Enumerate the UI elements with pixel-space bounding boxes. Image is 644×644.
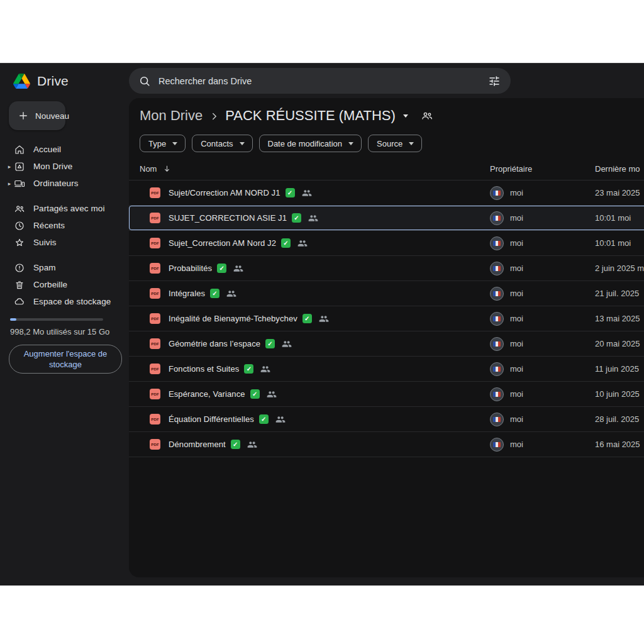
file-row[interactable]: PDF Sujet_Correction AM Nord J2 ✓ moi 10… (129, 231, 644, 256)
search-input[interactable]: Rechercher dans Drive (158, 76, 480, 86)
last-modified: 23 mai 2025 (595, 188, 640, 197)
new-button-label: Nouveau (35, 111, 69, 121)
file-row[interactable]: PDF Dénombrement ✓ moi 16 mai 2025 (129, 432, 644, 457)
check-mark-emoji-icon: ✓ (303, 314, 312, 323)
check-mark-emoji-icon: ✓ (281, 238, 291, 248)
owner-avatar (490, 438, 504, 452)
column-header-owner[interactable]: Propriétaire (490, 164, 532, 174)
pdf-file-icon: PDF (150, 364, 160, 374)
file-name: Intégrales ✓ (169, 289, 236, 299)
storage-progressbar (10, 318, 103, 321)
sidebar-nav: Accueil ▸ Mon Drive ▸ Ordinateurs Partag… (0, 141, 129, 310)
expand-chevron-icon[interactable]: ▸ (5, 164, 14, 170)
star-icon (14, 237, 25, 248)
sidebar-section: Spam Corbeille Espace de stockage (0, 259, 129, 310)
sidebar-section: Partagés avec moi Récents Suivis (0, 200, 129, 251)
file-list: PDF Sujet/Correction AM NORD J1 ✓ moi 23… (129, 180, 644, 457)
owner-cell: moi (490, 362, 523, 376)
file-name: Géométrie dans l’espace ✓ (169, 339, 292, 349)
filter-chip-label: Type (148, 139, 166, 148)
owner-avatar (490, 337, 504, 351)
sidebar-item-partages-avec-moi[interactable]: Partagés avec moi (0, 200, 129, 217)
pdf-file-icon: PDF (150, 187, 160, 198)
owner-cell: moi (490, 262, 523, 275)
owner-cell: moi (490, 186, 523, 200)
cloud-icon (14, 296, 25, 308)
shared-people-icon (308, 213, 318, 223)
pdf-file-icon: PDF (150, 414, 160, 425)
owner-avatar (490, 186, 504, 200)
search-options-tune-icon[interactable] (488, 75, 501, 87)
file-row[interactable]: PDF Sujet/Correction AM NORD J1 ✓ moi 23… (129, 180, 644, 206)
owner-name: moi (510, 339, 523, 348)
file-name: Espérance, Variance ✓ (169, 389, 277, 399)
shared-people-icon (275, 414, 286, 425)
storage-usage-text: 998,2 Mo utilisés sur 15 Go (10, 327, 129, 336)
sidebar-item-ordinateurs[interactable]: ▸ Ordinateurs (0, 175, 129, 192)
search-bar[interactable]: Rechercher dans Drive (129, 68, 511, 94)
column-header-name[interactable]: Nom (140, 164, 172, 174)
shared-people-icon (233, 264, 243, 274)
top-bar: Drive Rechercher dans Drive (0, 64, 644, 98)
owner-name: moi (510, 364, 523, 374)
filter-chip-contacts[interactable]: Contacts (192, 135, 252, 152)
filter-chip-date-de-modification[interactable]: Date de modification (259, 135, 362, 152)
spam-icon (14, 262, 25, 274)
new-button[interactable]: Nouveau (9, 101, 65, 130)
filter-chip-type[interactable]: Type (140, 135, 186, 152)
expand-chevron-icon[interactable]: ▸ (5, 180, 14, 187)
sort-arrow-down-icon[interactable] (162, 164, 172, 174)
breadcrumb-current-folder[interactable]: PACK RÉUSSITE (MATHS) (225, 108, 396, 124)
sidebar-item-spam[interactable]: Spam (0, 259, 129, 276)
pdf-file-icon: PDF (150, 213, 160, 223)
drive-icon (14, 161, 25, 172)
computer-icon (14, 178, 25, 189)
owner-cell: moi (490, 236, 523, 250)
sidebar-item-accueil[interactable]: Accueil (0, 141, 129, 158)
sidebar-item-label: Corbeille (33, 280, 67, 289)
file-row[interactable]: PDF Espérance, Variance ✓ moi 10 juin 20… (129, 382, 644, 407)
file-row[interactable]: PDF Intégrales ✓ moi 21 juil. 2025 (129, 281, 644, 306)
owner-cell: moi (490, 387, 523, 401)
file-name: Sujet_Correction AM Nord J2 ✓ (169, 238, 308, 248)
folder-menu-caret-icon[interactable] (403, 114, 408, 118)
sidebar-item-stockage[interactable]: Espace de stockage (0, 293, 129, 310)
pdf-file-icon: PDF (150, 338, 160, 349)
file-row[interactable]: PDF Inégalité de Bienaymé-Tchebychev ✓ m… (129, 306, 644, 331)
pdf-file-icon: PDF (150, 389, 160, 399)
filter-chip-source[interactable]: Source (368, 135, 422, 152)
search-icon (138, 75, 151, 87)
owner-name: moi (510, 314, 523, 323)
sidebar-item-recents[interactable]: Récents (0, 217, 129, 234)
sidebar: Nouveau Accueil ▸ Mon Drive ▸ Ordinateur… (0, 98, 129, 586)
check-mark-emoji-icon: ✓ (210, 289, 219, 298)
owner-cell: moi (490, 287, 523, 301)
sidebar-item-suivis[interactable]: Suivis (0, 234, 129, 251)
file-row[interactable]: PDF SUJET_CORRECTION ASIE J1 ✓ moi 10:01… (129, 206, 644, 231)
file-name: Fonctions et Suites ✓ (169, 364, 270, 374)
drive-brand[interactable]: Drive (13, 64, 69, 98)
last-modified: 10:01 moi (595, 213, 631, 223)
file-row[interactable]: PDF Fonctions et Suites ✓ moi 11 juin 20… (129, 357, 644, 382)
owner-name: moi (510, 213, 523, 223)
breadcrumb-parent[interactable]: Mon Drive (140, 108, 203, 124)
shared-people-icon (297, 238, 308, 248)
upgrade-storage-button[interactable]: Augmenter l'espace de stockage (9, 345, 122, 374)
sidebar-item-mon-drive[interactable]: ▸ Mon Drive (0, 158, 129, 175)
shared-people-icon (247, 440, 257, 450)
check-mark-emoji-icon: ✓ (244, 364, 253, 374)
sidebar-item-label: Mon Drive (33, 162, 72, 171)
trash-icon (14, 279, 25, 291)
file-row[interactable]: PDF Probabilités ✓ moi 2 juin 2025 m (129, 256, 644, 281)
shared-members-icon[interactable] (421, 109, 433, 122)
check-mark-emoji-icon: ✓ (217, 264, 226, 273)
file-row[interactable]: PDF Équation Différentielles ✓ moi 28 ju… (129, 407, 644, 432)
check-mark-emoji-icon: ✓ (250, 389, 260, 399)
sidebar-item-label: Ordinateurs (33, 179, 79, 188)
file-row[interactable]: PDF Géométrie dans l’espace ✓ moi 20 mai… (129, 331, 644, 357)
filter-chip-label: Date de modification (268, 139, 343, 148)
sidebar-item-corbeille[interactable]: Corbeille (0, 276, 129, 293)
filter-chips: Type Contacts Date de modification Sourc… (140, 135, 644, 152)
owner-avatar (490, 312, 504, 326)
column-header-modified[interactable]: Dernière mo (595, 164, 640, 174)
